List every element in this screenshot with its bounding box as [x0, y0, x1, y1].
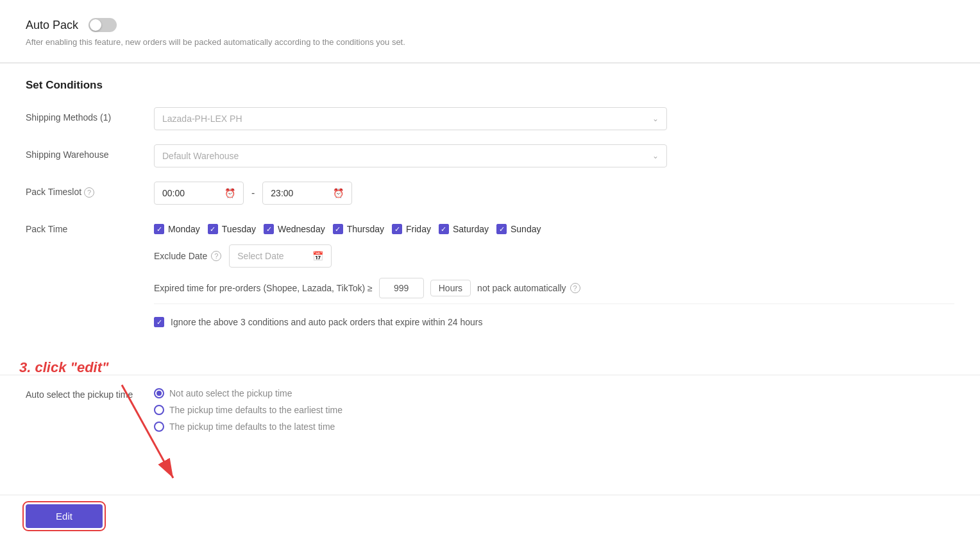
ignore-row: ✓ Ignore the above 3 conditions and auto…: [154, 303, 954, 340]
shipping-warehouse-content: Default Warehouse ⌄: [154, 144, 954, 167]
pickup-row: Auto select the pickup time Not auto sel…: [26, 388, 954, 432]
day-tuesday: ✓ Tuesday: [208, 224, 256, 234]
tuesday-checkbox[interactable]: ✓: [208, 224, 218, 234]
shipping-warehouse-value: Default Warehouse: [162, 151, 239, 161]
wednesday-checkbox[interactable]: ✓: [264, 224, 274, 234]
thursday-check-icon: ✓: [335, 226, 341, 233]
saturday-label: Saturday: [453, 224, 489, 234]
ignore-check-icon: ✓: [156, 318, 162, 327]
ignore-text: Ignore the above 3 conditions and auto p…: [171, 317, 482, 327]
auto-pack-section: Auto Pack After enabling this feature, n…: [0, 0, 980, 63]
saturday-check-icon: ✓: [441, 226, 446, 233]
auto-pack-description: After enabling this feature, new orders …: [26, 37, 954, 47]
auto-pack-header: Auto Pack: [26, 18, 954, 32]
day-wednesday: ✓ Wednesday: [264, 224, 325, 234]
days-row: ✓ Monday ✓ Tuesday ✓ Wednes: [154, 224, 954, 234]
shipping-methods-row: Shipping Methods (1) Lazada-PH-LEX PH ⌄: [26, 107, 954, 130]
monday-checkbox[interactable]: ✓: [154, 224, 164, 234]
select-date-placeholder: Select Date: [237, 251, 283, 261]
shipping-warehouse-label: Shipping Warehouse: [26, 144, 154, 160]
exclude-date-label: Exclude Date ?: [154, 251, 221, 261]
shipping-warehouse-select[interactable]: Default Warehouse ⌄: [154, 144, 667, 167]
preorder-text: Expired time for pre-orders (Shopee, Laz…: [154, 283, 373, 293]
auto-pack-toggle[interactable]: [89, 18, 117, 32]
shipping-methods-value: Lazada-PH-LEX PH: [162, 114, 242, 124]
wednesday-label: Wednesday: [278, 224, 325, 234]
time-range-row: 00:00 ⏰ - 23:00 ⏰: [154, 182, 954, 205]
pickup-radio-earliest[interactable]: [154, 405, 164, 415]
shipping-methods-chevron-icon: ⌄: [652, 114, 659, 123]
day-sunday: ✓ Sunday: [496, 224, 541, 234]
ignore-checkbox[interactable]: ✓: [154, 317, 164, 327]
pickup-options: Not auto select the pickup time The pick…: [154, 388, 342, 432]
day-saturday: ✓ Saturday: [439, 224, 489, 234]
day-thursday: ✓ Thursday: [333, 224, 384, 234]
pack-time-row: Pack Time ✓ Monday ✓ Tuesday: [26, 219, 954, 345]
clock-icon: ⏰: [224, 188, 235, 198]
pickup-option-earliest-label: The pickup time defaults to the earliest…: [169, 405, 342, 415]
shipping-warehouse-chevron-icon: ⌄: [652, 151, 659, 160]
conditions-section: Set Conditions Shipping Methods (1) Laza…: [0, 64, 980, 375]
pack-timeslot-row: Pack Timeslot ? 00:00 ⏰ - 23:00 ⏰: [26, 182, 954, 205]
preorder-hours-input[interactable]: [379, 278, 424, 298]
tuesday-label: Tuesday: [222, 224, 256, 234]
monday-label: Monday: [168, 224, 200, 234]
monday-check-icon: ✓: [156, 226, 162, 233]
clock-end-icon: ⏰: [333, 188, 344, 198]
pack-time-content: ✓ Monday ✓ Tuesday ✓ Wednes: [154, 219, 954, 345]
exclude-date-info-icon[interactable]: ?: [211, 251, 221, 261]
pickup-radio-not-auto[interactable]: [154, 388, 164, 398]
friday-checkbox[interactable]: ✓: [392, 224, 402, 234]
edit-button[interactable]: Edit: [26, 504, 103, 528]
bottom-bar: Edit: [0, 495, 980, 537]
timeslot-end-value: 23:00: [271, 188, 293, 198]
wednesday-check-icon: ✓: [266, 226, 272, 233]
auto-pack-title: Auto Pack: [26, 19, 78, 32]
calendar-icon: 📅: [312, 251, 323, 261]
time-separator: -: [251, 187, 255, 199]
sunday-checkbox[interactable]: ✓: [496, 224, 507, 234]
friday-label: Friday: [406, 224, 431, 234]
sunday-check-icon: ✓: [499, 226, 505, 233]
pickup-option-latest-label: The pickup time defaults to the latest t…: [169, 422, 335, 432]
timeslot-end-input[interactable]: 23:00 ⏰: [262, 182, 352, 205]
shipping-warehouse-row: Shipping Warehouse Default Warehouse ⌄: [26, 144, 954, 167]
pack-timeslot-label: Pack Timeslot ?: [26, 182, 154, 198]
sunday-label: Sunday: [511, 224, 541, 234]
day-monday: ✓ Monday: [154, 224, 200, 234]
shipping-methods-content: Lazada-PH-LEX PH ⌄: [154, 107, 954, 130]
pickup-option-latest: The pickup time defaults to the latest t…: [154, 422, 342, 432]
saturday-checkbox[interactable]: ✓: [439, 224, 449, 234]
pickup-option-not-auto: Not auto select the pickup time: [154, 388, 342, 398]
pickup-option-earliest: The pickup time defaults to the earliest…: [154, 405, 342, 415]
pickup-label: Auto select the pickup time: [26, 388, 154, 400]
preorder-hours-label: Hours: [430, 280, 471, 296]
preorder-row: Expired time for pre-orders (Shopee, Laz…: [154, 278, 954, 298]
pickup-section: Auto select the pickup time Not auto sel…: [0, 375, 980, 432]
tuesday-check-icon: ✓: [210, 226, 215, 233]
timeslot-start-value: 00:00: [162, 188, 185, 198]
pickup-radio-latest[interactable]: [154, 422, 164, 432]
conditions-title: Set Conditions: [26, 79, 954, 92]
pack-time-label: Pack Time: [26, 219, 154, 234]
not-pack-info-icon[interactable]: ?: [570, 283, 580, 293]
pack-timeslot-content: 00:00 ⏰ - 23:00 ⏰: [154, 182, 954, 205]
thursday-label: Thursday: [347, 224, 384, 234]
exclude-date-row: Exclude Date ? Select Date 📅: [154, 244, 954, 268]
day-friday: ✓ Friday: [392, 224, 431, 234]
pack-timeslot-info-icon[interactable]: ?: [84, 187, 94, 198]
friday-check-icon: ✓: [394, 226, 400, 233]
thursday-checkbox[interactable]: ✓: [333, 224, 343, 234]
shipping-methods-label: Shipping Methods (1): [26, 107, 154, 123]
not-pack-text: not pack automatically ?: [477, 283, 580, 293]
shipping-methods-select[interactable]: Lazada-PH-LEX PH ⌄: [154, 107, 667, 130]
pickup-option-not-auto-label: Not auto select the pickup time: [169, 388, 292, 398]
exclude-date-input[interactable]: Select Date 📅: [229, 244, 332, 268]
timeslot-start-input[interactable]: 00:00 ⏰: [154, 182, 244, 205]
